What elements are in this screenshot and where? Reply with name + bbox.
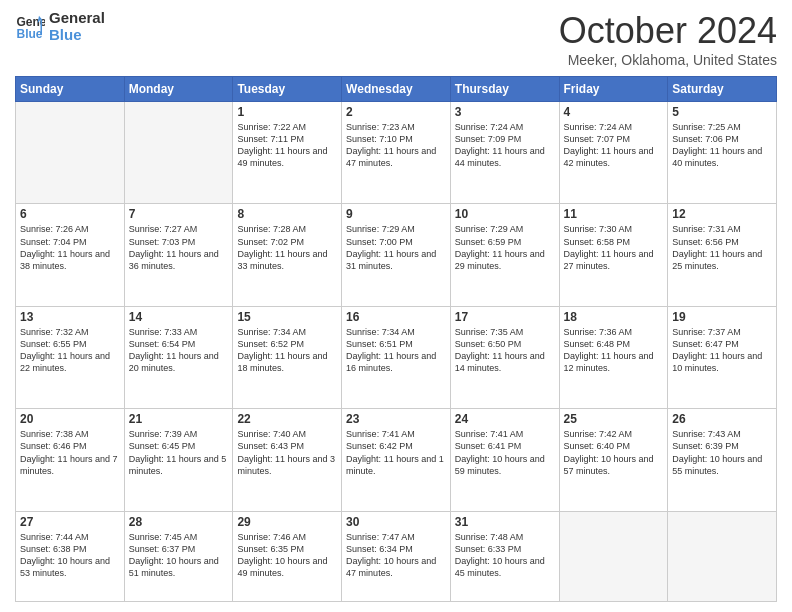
logo: General Blue General Blue	[15, 10, 105, 43]
day-number: 14	[129, 310, 229, 324]
day-number: 19	[672, 310, 772, 324]
day-number: 10	[455, 207, 555, 221]
calendar-cell: 21Sunrise: 7:39 AM Sunset: 6:45 PM Dayli…	[124, 409, 233, 511]
day-number: 16	[346, 310, 446, 324]
day-header-friday: Friday	[559, 77, 668, 102]
calendar-cell: 6Sunrise: 7:26 AM Sunset: 7:04 PM Daylig…	[16, 204, 125, 306]
calendar-cell: 16Sunrise: 7:34 AM Sunset: 6:51 PM Dayli…	[342, 306, 451, 408]
cell-info: Sunrise: 7:26 AM Sunset: 7:04 PM Dayligh…	[20, 223, 120, 272]
calendar-week-row: 13Sunrise: 7:32 AM Sunset: 6:55 PM Dayli…	[16, 306, 777, 408]
cell-info: Sunrise: 7:37 AM Sunset: 6:47 PM Dayligh…	[672, 326, 772, 375]
cell-info: Sunrise: 7:23 AM Sunset: 7:10 PM Dayligh…	[346, 121, 446, 170]
calendar-cell: 7Sunrise: 7:27 AM Sunset: 7:03 PM Daylig…	[124, 204, 233, 306]
calendar-cell: 13Sunrise: 7:32 AM Sunset: 6:55 PM Dayli…	[16, 306, 125, 408]
cell-info: Sunrise: 7:48 AM Sunset: 6:33 PM Dayligh…	[455, 531, 555, 580]
cell-info: Sunrise: 7:41 AM Sunset: 6:41 PM Dayligh…	[455, 428, 555, 477]
logo-icon: General Blue	[15, 12, 45, 42]
day-header-sunday: Sunday	[16, 77, 125, 102]
calendar-cell	[124, 102, 233, 204]
cell-info: Sunrise: 7:40 AM Sunset: 6:43 PM Dayligh…	[237, 428, 337, 477]
day-number: 24	[455, 412, 555, 426]
cell-info: Sunrise: 7:47 AM Sunset: 6:34 PM Dayligh…	[346, 531, 446, 580]
calendar-week-row: 20Sunrise: 7:38 AM Sunset: 6:46 PM Dayli…	[16, 409, 777, 511]
calendar-cell: 11Sunrise: 7:30 AM Sunset: 6:58 PM Dayli…	[559, 204, 668, 306]
calendar-cell: 3Sunrise: 7:24 AM Sunset: 7:09 PM Daylig…	[450, 102, 559, 204]
calendar-cell: 8Sunrise: 7:28 AM Sunset: 7:02 PM Daylig…	[233, 204, 342, 306]
calendar-cell: 19Sunrise: 7:37 AM Sunset: 6:47 PM Dayli…	[668, 306, 777, 408]
cell-info: Sunrise: 7:22 AM Sunset: 7:11 PM Dayligh…	[237, 121, 337, 170]
month-title: October 2024	[559, 10, 777, 52]
calendar-cell: 28Sunrise: 7:45 AM Sunset: 6:37 PM Dayli…	[124, 511, 233, 601]
day-number: 6	[20, 207, 120, 221]
day-number: 9	[346, 207, 446, 221]
logo-text-general: General	[49, 10, 105, 27]
cell-info: Sunrise: 7:43 AM Sunset: 6:39 PM Dayligh…	[672, 428, 772, 477]
day-number: 13	[20, 310, 120, 324]
calendar-cell: 31Sunrise: 7:48 AM Sunset: 6:33 PM Dayli…	[450, 511, 559, 601]
day-number: 28	[129, 515, 229, 529]
calendar-cell: 4Sunrise: 7:24 AM Sunset: 7:07 PM Daylig…	[559, 102, 668, 204]
day-number: 25	[564, 412, 664, 426]
calendar-week-row: 27Sunrise: 7:44 AM Sunset: 6:38 PM Dayli…	[16, 511, 777, 601]
title-section: October 2024 Meeker, Oklahoma, United St…	[559, 10, 777, 68]
calendar-cell: 18Sunrise: 7:36 AM Sunset: 6:48 PM Dayli…	[559, 306, 668, 408]
cell-info: Sunrise: 7:33 AM Sunset: 6:54 PM Dayligh…	[129, 326, 229, 375]
cell-info: Sunrise: 7:29 AM Sunset: 7:00 PM Dayligh…	[346, 223, 446, 272]
page: General Blue General Blue October 2024 M…	[0, 0, 792, 612]
day-number: 31	[455, 515, 555, 529]
day-number: 23	[346, 412, 446, 426]
calendar-cell: 14Sunrise: 7:33 AM Sunset: 6:54 PM Dayli…	[124, 306, 233, 408]
calendar-cell: 10Sunrise: 7:29 AM Sunset: 6:59 PM Dayli…	[450, 204, 559, 306]
cell-info: Sunrise: 7:34 AM Sunset: 6:51 PM Dayligh…	[346, 326, 446, 375]
cell-info: Sunrise: 7:36 AM Sunset: 6:48 PM Dayligh…	[564, 326, 664, 375]
calendar-table: SundayMondayTuesdayWednesdayThursdayFrid…	[15, 76, 777, 602]
logo-text-blue: Blue	[49, 27, 105, 44]
cell-info: Sunrise: 7:24 AM Sunset: 7:09 PM Dayligh…	[455, 121, 555, 170]
calendar-cell: 27Sunrise: 7:44 AM Sunset: 6:38 PM Dayli…	[16, 511, 125, 601]
day-number: 22	[237, 412, 337, 426]
cell-info: Sunrise: 7:38 AM Sunset: 6:46 PM Dayligh…	[20, 428, 120, 477]
calendar-cell: 26Sunrise: 7:43 AM Sunset: 6:39 PM Dayli…	[668, 409, 777, 511]
calendar-cell: 12Sunrise: 7:31 AM Sunset: 6:56 PM Dayli…	[668, 204, 777, 306]
calendar-cell: 15Sunrise: 7:34 AM Sunset: 6:52 PM Dayli…	[233, 306, 342, 408]
calendar-week-row: 6Sunrise: 7:26 AM Sunset: 7:04 PM Daylig…	[16, 204, 777, 306]
day-number: 4	[564, 105, 664, 119]
day-number: 17	[455, 310, 555, 324]
header: General Blue General Blue October 2024 M…	[15, 10, 777, 68]
cell-info: Sunrise: 7:24 AM Sunset: 7:07 PM Dayligh…	[564, 121, 664, 170]
cell-info: Sunrise: 7:34 AM Sunset: 6:52 PM Dayligh…	[237, 326, 337, 375]
calendar-cell: 1Sunrise: 7:22 AM Sunset: 7:11 PM Daylig…	[233, 102, 342, 204]
cell-info: Sunrise: 7:39 AM Sunset: 6:45 PM Dayligh…	[129, 428, 229, 477]
calendar-cell: 30Sunrise: 7:47 AM Sunset: 6:34 PM Dayli…	[342, 511, 451, 601]
day-number: 18	[564, 310, 664, 324]
calendar-cell: 25Sunrise: 7:42 AM Sunset: 6:40 PM Dayli…	[559, 409, 668, 511]
calendar-cell: 20Sunrise: 7:38 AM Sunset: 6:46 PM Dayli…	[16, 409, 125, 511]
day-number: 30	[346, 515, 446, 529]
day-number: 26	[672, 412, 772, 426]
calendar-cell: 24Sunrise: 7:41 AM Sunset: 6:41 PM Dayli…	[450, 409, 559, 511]
day-number: 11	[564, 207, 664, 221]
location: Meeker, Oklahoma, United States	[559, 52, 777, 68]
day-header-thursday: Thursday	[450, 77, 559, 102]
day-number: 5	[672, 105, 772, 119]
calendar-cell	[16, 102, 125, 204]
calendar-cell: 22Sunrise: 7:40 AM Sunset: 6:43 PM Dayli…	[233, 409, 342, 511]
calendar-cell: 9Sunrise: 7:29 AM Sunset: 7:00 PM Daylig…	[342, 204, 451, 306]
calendar-header-row: SundayMondayTuesdayWednesdayThursdayFrid…	[16, 77, 777, 102]
calendar-cell: 5Sunrise: 7:25 AM Sunset: 7:06 PM Daylig…	[668, 102, 777, 204]
cell-info: Sunrise: 7:46 AM Sunset: 6:35 PM Dayligh…	[237, 531, 337, 580]
cell-info: Sunrise: 7:30 AM Sunset: 6:58 PM Dayligh…	[564, 223, 664, 272]
day-number: 20	[20, 412, 120, 426]
cell-info: Sunrise: 7:42 AM Sunset: 6:40 PM Dayligh…	[564, 428, 664, 477]
cell-info: Sunrise: 7:28 AM Sunset: 7:02 PM Dayligh…	[237, 223, 337, 272]
calendar-cell: 2Sunrise: 7:23 AM Sunset: 7:10 PM Daylig…	[342, 102, 451, 204]
cell-info: Sunrise: 7:32 AM Sunset: 6:55 PM Dayligh…	[20, 326, 120, 375]
day-number: 8	[237, 207, 337, 221]
day-number: 15	[237, 310, 337, 324]
day-number: 3	[455, 105, 555, 119]
calendar-week-row: 1Sunrise: 7:22 AM Sunset: 7:11 PM Daylig…	[16, 102, 777, 204]
svg-text:Blue: Blue	[17, 26, 43, 40]
calendar-cell: 23Sunrise: 7:41 AM Sunset: 6:42 PM Dayli…	[342, 409, 451, 511]
calendar-cell	[559, 511, 668, 601]
cell-info: Sunrise: 7:35 AM Sunset: 6:50 PM Dayligh…	[455, 326, 555, 375]
